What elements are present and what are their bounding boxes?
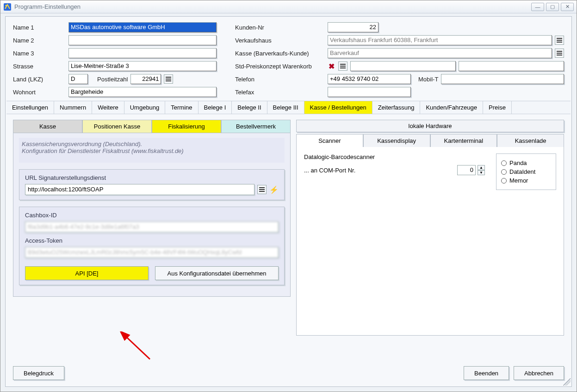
hardware-subtab-kassenlade[interactable]: Kassenlade bbox=[497, 134, 564, 147]
close-button[interactable]: ✕ bbox=[561, 3, 574, 11]
strasse-field[interactable]: Lise-Meitner-Straße 3 bbox=[68, 61, 217, 71]
hardware-subtab-kassendisplay[interactable]: Kassendisplay bbox=[363, 134, 430, 147]
kasse-lookup-icon[interactable] bbox=[555, 49, 564, 58]
url-label: URL Signaturerstellungsdienst bbox=[25, 174, 279, 181]
left-subtab-kasse[interactable]: Kasse bbox=[13, 120, 82, 133]
header-form: Name 1 MSDas automotive software GmbH Na… bbox=[6, 17, 571, 101]
mobil-field[interactable] bbox=[441, 74, 564, 84]
plz-lookup-icon[interactable] bbox=[164, 74, 173, 84]
hardware-subtab-strip: ScannerKassendisplayKartenterminalKassen… bbox=[296, 134, 564, 147]
label-name3: Name 3 bbox=[13, 50, 68, 57]
panel-description: Kassensicherungsverordnung (Deutschland)… bbox=[19, 138, 285, 163]
abbrechen-button[interactable]: Abbrechen bbox=[514, 366, 564, 380]
clear-icon[interactable]: ✖ bbox=[328, 62, 335, 71]
left-subtab-positionen-kasse[interactable]: Positionen Kasse bbox=[82, 120, 152, 133]
maintab-nummern[interactable]: Nummern bbox=[54, 101, 92, 114]
com-port-field[interactable]: 0 bbox=[457, 165, 476, 175]
label-wohnort: Wohnort bbox=[13, 89, 68, 96]
main-tab-strip: EinstellungenNummernWeitereUmgebungTermi… bbox=[6, 101, 571, 114]
desc-line1: Kassensicherungsverordnung (Deutschland)… bbox=[22, 141, 282, 147]
label-telefon: Telefon bbox=[235, 76, 328, 83]
load-from-config-button[interactable]: Aus Konfigurationsdatei übernehmen bbox=[155, 266, 279, 280]
name3-field[interactable] bbox=[68, 48, 217, 58]
maximize-button[interactable]: ▢ bbox=[546, 3, 559, 11]
url-lookup-icon[interactable] bbox=[257, 185, 267, 194]
svg-point-1 bbox=[5, 5, 6, 6]
telefon-field[interactable]: +49 4532 9740 02 bbox=[328, 74, 411, 84]
radio-label: Panda bbox=[509, 159, 527, 166]
maintab-kunden-fahrzeuge[interactable]: Kunden/Fahrzeuge bbox=[420, 101, 483, 114]
spin-down-icon[interactable]: ▼ bbox=[478, 170, 485, 175]
verkaufshaus-lookup-icon[interactable] bbox=[555, 36, 564, 45]
content-area: Name 1 MSDas automotive software GmbH Na… bbox=[5, 16, 572, 387]
left-subtab-fiskalisierung[interactable]: Fiskalisierung bbox=[152, 120, 221, 133]
maintab-belege-iii[interactable]: Belege III bbox=[267, 101, 304, 114]
maintab-kasse-bestellungen[interactable]: Kasse / Bestellungen bbox=[304, 101, 372, 114]
verkaufshaus-field[interactable]: Verkaufshaus Frankfurt 60388, Frankfurt bbox=[328, 35, 552, 45]
label-strasse: Strasse bbox=[13, 63, 68, 70]
radio-icon bbox=[501, 169, 507, 175]
preiskonzept-a-field[interactable] bbox=[350, 61, 456, 71]
radio-icon bbox=[501, 160, 507, 166]
maintab-preise[interactable]: Preise bbox=[483, 101, 512, 114]
fiskalisierung-panel: Kassensicherungsverordnung (Deutschland)… bbox=[13, 133, 291, 297]
resize-grip-icon[interactable] bbox=[563, 378, 571, 386]
token-label: Access-Token bbox=[25, 237, 279, 244]
app-icon bbox=[3, 3, 12, 11]
panels: KassePositionen KasseFiskalisierungBeste… bbox=[6, 114, 571, 341]
window-title: Programm-Einstellungen bbox=[14, 3, 531, 10]
radio-dataident[interactable]: DataIdent bbox=[501, 168, 551, 175]
right-panel: lokale Hardware ScannerKassendisplayKart… bbox=[296, 120, 564, 336]
radio-memor[interactable]: Memor bbox=[501, 177, 551, 184]
maintab-termine[interactable]: Termine bbox=[165, 101, 198, 114]
com-port-stepper[interactable]: ▲ ▼ bbox=[478, 165, 485, 175]
maintab-umgebung[interactable]: Umgebung bbox=[124, 101, 166, 114]
label-std-preis: Std-Preiskonzept Warenkorb bbox=[235, 63, 328, 70]
beenden-button[interactable]: Beenden bbox=[464, 366, 509, 380]
maintab-belege-i[interactable]: Belege I bbox=[199, 101, 232, 114]
maintab-einstellungen[interactable]: Einstellungen bbox=[6, 101, 54, 114]
spin-up-icon[interactable]: ▲ bbox=[478, 165, 485, 170]
wohnort-field[interactable]: Bargteheide bbox=[68, 87, 217, 97]
hardware-header: lokale Hardware bbox=[296, 120, 564, 132]
telefax-field[interactable] bbox=[328, 87, 411, 97]
label-mobil: Mobil-T bbox=[418, 76, 438, 83]
name2-field[interactable] bbox=[68, 35, 217, 45]
titlebar: Programm-Einstellungen — ▢ ✕ bbox=[0, 0, 577, 13]
preiskonzept-b-field[interactable] bbox=[459, 61, 564, 71]
access-token-field[interactable]: B9d3wtuO25WcmzwxLJLmR0zJ8hmc5ym5C-b4e-48… bbox=[25, 247, 279, 258]
radio-panda[interactable]: Panda bbox=[501, 159, 551, 166]
radio-icon bbox=[501, 178, 507, 184]
preiskonzept-lookup-icon[interactable] bbox=[338, 61, 347, 71]
maintab-belege-ii[interactable]: Belege II bbox=[232, 101, 267, 114]
belegdruck-button[interactable]: Belegdruck bbox=[13, 366, 64, 380]
test-connection-icon[interactable]: ⚡ bbox=[269, 185, 279, 194]
hardware-subtab-kartenterminal[interactable]: Kartenterminal bbox=[430, 134, 497, 147]
label-verkaufshaus: Verkaufshaus bbox=[235, 37, 328, 44]
land-field[interactable]: D bbox=[68, 74, 88, 84]
left-subtab-bestellvermerk[interactable]: Bestellvermerk bbox=[221, 120, 291, 133]
label-telefax: Telefax bbox=[235, 89, 328, 96]
com-port-label: ... an COM-Port Nr. bbox=[304, 167, 355, 174]
scanner-type-radiogroup: PandaDataIdentMemor bbox=[496, 153, 556, 190]
hardware-subtab-scanner[interactable]: Scanner bbox=[296, 134, 363, 147]
url-field[interactable]: http://localhost:1200/ftSOAP bbox=[25, 184, 254, 195]
name1-field[interactable]: MSDas automotive software GmbH bbox=[68, 22, 217, 32]
label-kasse: Kasse (Barverkaufs-Kunde) bbox=[235, 50, 328, 57]
api-de-button[interactable]: API [DE] bbox=[25, 266, 149, 280]
kundennr-field[interactable]: 22 bbox=[328, 22, 378, 32]
left-panel: KassePositionen KasseFiskalisierungBeste… bbox=[13, 120, 291, 336]
kasse-field[interactable]: Barverkauf bbox=[328, 48, 552, 58]
radio-label: Memor bbox=[509, 177, 528, 184]
label-kundennr: Kunden-Nr bbox=[235, 24, 328, 31]
cashbox-id-field[interactable]: f8a3d9b1-a4b6-47e2-9c1e-3d8e1a6f07a3 bbox=[25, 221, 279, 233]
plz-field[interactable]: 22941 bbox=[130, 74, 161, 84]
scanner-panel: Datalogic-Barcodescanner ... an COM-Port… bbox=[296, 147, 564, 336]
scanner-label: Datalogic-Barcodescanner bbox=[304, 153, 485, 160]
maintab-weitere[interactable]: Weitere bbox=[92, 101, 124, 114]
credentials-group: Cashbox-ID f8a3d9b1-a4b6-47e2-9c1e-3d8e1… bbox=[19, 207, 285, 285]
maintab-zeiterfassung[interactable]: Zeiterfassung bbox=[372, 101, 421, 114]
minimize-button[interactable]: — bbox=[531, 3, 544, 11]
cashbox-label: Cashbox-ID bbox=[25, 212, 279, 219]
label-plz: Postleitzahl bbox=[97, 76, 128, 83]
